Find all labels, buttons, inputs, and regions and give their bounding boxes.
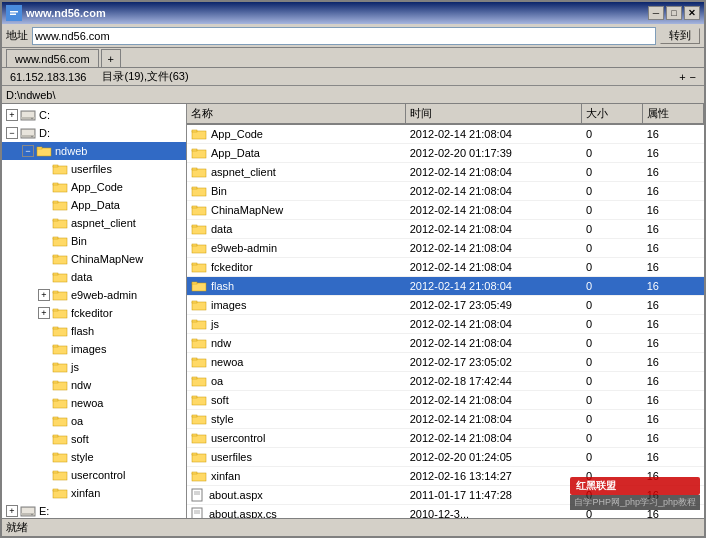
tree-item-userfiles[interactable]: userfiles [2,160,186,178]
table-row[interactable]: App_Code2012-02-14 21:08:04016 [187,124,704,143]
tree-item-app-data[interactable]: App_Data [2,196,186,214]
table-row[interactable]: aspnet_client2012-02-14 21:08:04016 [187,162,704,181]
expand-e[interactable]: + [6,505,18,517]
tree-item-aspnet[interactable]: aspnet_client [2,214,186,232]
ndweb-label: ndweb [55,145,87,157]
tree-item-app-code[interactable]: App_Code [2,178,186,196]
tree-item-ndweb[interactable]: − ndweb [2,142,186,160]
table-row[interactable]: js2012-02-14 21:08:04016 [187,314,704,333]
file-size-cell: 0 [582,276,643,295]
table-row[interactable]: userfiles2012-02-20 01:24:05016 [187,447,704,466]
table-row[interactable]: ndw2012-02-14 21:08:04016 [187,333,704,352]
tree-item-usercontrol[interactable]: usercontrol [2,466,186,484]
svg-rect-76 [192,320,197,322]
file-name-cell: newoa [187,352,406,371]
file-size-cell: 0 [582,314,643,333]
table-row[interactable]: e9web-admin2012-02-14 21:08:04016 [187,238,704,257]
app-code-label: App_Code [71,181,123,193]
table-row[interactable]: xinfan2012-02-16 13:14:27016 [187,466,704,485]
tree-item-images[interactable]: images [2,340,186,358]
go-button[interactable]: 转到 [660,28,700,44]
file-name-text: newoa [211,356,243,368]
svg-rect-46 [53,453,58,455]
expand-d[interactable]: − [6,127,18,139]
tree-item-newoa[interactable]: newoa [2,394,186,412]
userfiles-label: userfiles [71,163,112,175]
expand-fckeditor[interactable]: + [38,307,50,319]
table-row[interactable]: flash2012-02-14 21:08:04016 [187,276,704,295]
expand-e9web[interactable]: + [38,289,50,301]
address-input[interactable] [32,27,656,45]
main-tab[interactable]: www.nd56.com [6,49,99,67]
file-size-cell: 0 [582,257,643,276]
tree-item-data[interactable]: data [2,268,186,286]
tree-item-fckeditor[interactable]: + fckeditor [2,304,186,322]
newoa-label: newoa [71,397,103,409]
table-row[interactable]: images2012-02-17 23:05:49016 [187,295,704,314]
file-attr-cell: 16 [643,276,704,295]
file-name-cell: e9web-admin [187,238,406,257]
svg-rect-40 [53,399,58,401]
file-name-text: Bin [211,185,227,197]
info-bar: 61.152.183.136 目录(19),文件(63) + − [2,68,704,86]
tree-item-style[interactable]: style [2,448,186,466]
file-name-text: style [211,413,234,425]
tree-item-e[interactable]: + E: [2,502,186,518]
file-time-cell: 2012-02-20 01:17:39 [406,143,582,162]
folder-row-icon [191,336,207,350]
file-name-cell: xinfan [187,466,406,485]
add-tab-button[interactable]: + [101,49,121,67]
table-row[interactable]: oa2012-02-18 17:42:44016 [187,371,704,390]
table-row[interactable]: soft2012-02-14 21:08:04016 [187,390,704,409]
minus-icon[interactable]: − [690,71,696,83]
file-time-cell: 2012-02-17 23:05:02 [406,352,582,371]
tree-item-oa[interactable]: oa [2,412,186,430]
col-name: 名称 [187,104,406,124]
file-time-cell: 2012-02-18 17:42:44 [406,371,582,390]
col-time: 时间 [406,104,582,124]
file-time-cell: 2012-02-14 21:08:04 [406,162,582,181]
table-row[interactable]: App_Data2012-02-20 01:17:39016 [187,143,704,162]
images-label: images [71,343,106,355]
table-row[interactable]: fckeditor2012-02-14 21:08:04016 [187,257,704,276]
table-row[interactable]: about.aspx.cs2010-12-3...016 [187,504,704,518]
file-name-cell: App_Code [187,124,406,143]
tree-item-js[interactable]: js [2,358,186,376]
table-row[interactable]: ChinaMapNew2012-02-14 21:08:04016 [187,200,704,219]
tree-item-e9web[interactable]: + e9web-admin [2,286,186,304]
tree-item-flash[interactable]: flash [2,322,186,340]
tree-item-chinamap[interactable]: ChinaMapNew [2,250,186,268]
file-attr-cell: 16 [643,447,704,466]
close-button[interactable]: ✕ [684,6,700,20]
tree-item-bin[interactable]: Bin [2,232,186,250]
table-row[interactable]: about.aspx2011-01-17 11:47:28016 [187,485,704,504]
table-row[interactable]: newoa2012-02-17 23:05:02016 [187,352,704,371]
plus-icon[interactable]: + [679,71,685,83]
tree-item-c[interactable]: + C: [2,106,186,124]
tree-item-d[interactable]: − D: [2,124,186,142]
folder-row-icon [191,298,207,312]
file-attr-cell: 16 [643,143,704,162]
file-size-cell: 0 [582,124,643,143]
tree-item-xinfan[interactable]: xinfan [2,484,186,502]
svg-rect-42 [53,417,58,419]
xinfan-label: xinfan [71,487,100,499]
svg-point-6 [31,118,33,120]
file-name-text: about.aspx [209,489,263,501]
table-row[interactable]: Bin2012-02-14 21:08:04016 [187,181,704,200]
file-attr-cell: 16 [643,409,704,428]
table-row[interactable]: data2012-02-14 21:08:04016 [187,219,704,238]
table-row[interactable]: usercontrol2012-02-14 21:08:04016 [187,428,704,447]
svg-rect-0 [8,7,20,19]
expand-c[interactable]: + [6,109,18,121]
expand-ndweb[interactable]: − [22,145,34,157]
tree-item-soft[interactable]: soft [2,430,186,448]
minimize-button[interactable]: ─ [648,6,664,20]
folder-row-icon [191,127,207,141]
file-size-cell: 0 [582,352,643,371]
svg-rect-24 [53,255,58,257]
maximize-button[interactable]: □ [666,6,682,20]
table-row[interactable]: style2012-02-14 21:08:04016 [187,409,704,428]
tree-item-ndw[interactable]: ndw [2,376,186,394]
folder-row-icon [191,317,207,331]
